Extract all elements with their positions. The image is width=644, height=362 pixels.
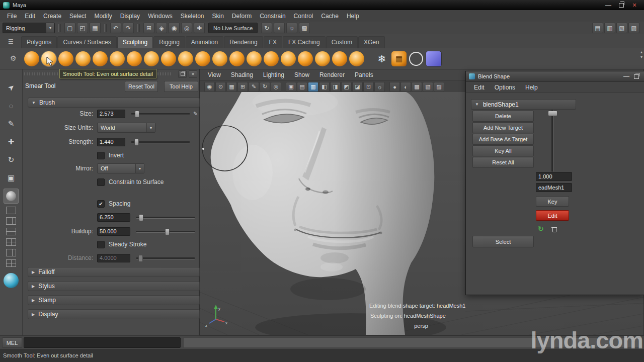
slider-thumb[interactable] [548,111,557,116]
knife-brush-icon[interactable] [247,51,262,66]
falloff-section-header[interactable]: ▶ Falloff [28,267,200,277]
layout-custom-button[interactable] [6,259,16,267]
constrain-to-surface-checkbox[interactable] [97,178,105,186]
sculpt-reference-icon[interactable] [426,51,442,67]
shelf-tab-fx[interactable]: FX [264,36,282,48]
vp-motion-blur-icon[interactable]: ◪ [352,82,363,92]
reset-tool-button[interactable]: Reset Tool [125,81,158,92]
command-input[interactable] [24,337,181,348]
stylus-section-header[interactable]: ▶ Stylus [28,281,200,291]
size-input[interactable]: 2.573 [97,110,125,118]
repeat-brush-icon[interactable] [161,51,176,66]
vp-sequence-icon[interactable]: ☼ [374,82,385,92]
sculpt-brush-icon[interactable] [24,51,39,66]
vp-shadows-icon[interactable]: ◨ [330,82,341,92]
vp-res-gate-icon[interactable]: ▩ [412,82,422,92]
blend-shape-title-bar[interactable]: Blend Shape — [466,71,644,82]
status-grip[interactable] [137,24,140,32]
snap-curve-icon[interactable]: ◈ [156,23,167,33]
freeze-brush-icon[interactable] [315,51,330,66]
menu-control[interactable]: Control [290,13,317,20]
vp-menu-view[interactable]: View [203,71,226,78]
move-tool-button[interactable]: ✚ [4,134,19,149]
menu-file[interactable]: File [3,13,21,20]
invert-checkbox[interactable] [97,152,105,159]
minimize-button[interactable]: — [602,1,615,9]
construction-history-icon[interactable]: ↻ [261,23,272,33]
menu-display[interactable]: Display [116,13,144,20]
trash-icon[interactable] [551,226,557,232]
shelf-menu-icon[interactable]: ☰ [8,38,14,45]
shelf-tab-fx-caching[interactable]: FX Caching [283,36,326,48]
menu-create[interactable]: Create [39,13,65,20]
shelf-tab-curves-surfaces[interactable]: Curves / Surfaces [57,36,116,48]
scale-tool-button[interactable]: ▣ [4,170,19,186]
tool-help-button[interactable]: Tool Help [164,81,198,92]
render-settings-icon[interactable]: ▩ [299,23,310,33]
channel-box-toggle-icon[interactable]: ▧ [616,23,627,33]
spacing-checkbox[interactable]: ✔ [97,200,105,208]
vp-select-camera-icon[interactable]: ◉ [204,82,215,92]
vp-menu-shading[interactable]: Shading [226,71,258,78]
status-grip[interactable] [104,24,107,32]
vp-menu-show[interactable]: Show [289,71,314,78]
status-grip[interactable] [58,24,61,32]
bs-minimize-button[interactable]: — [621,72,631,80]
vp-multisample-icon[interactable]: ⊡ [363,82,374,92]
slider-thumb[interactable] [135,111,139,118]
slider-thumb[interactable] [139,214,143,221]
steady-stroke-checkbox[interactable] [97,241,105,248]
relax-brush-icon[interactable] [58,51,73,66]
menu-skeleton[interactable]: Skeleton [177,13,208,20]
spacing-slider[interactable] [136,213,195,221]
shelf-tab-animation[interactable]: Animation [186,36,223,48]
wax-brush-icon[interactable] [195,51,210,66]
vp-pan-zoom-icon[interactable]: ↻ [260,82,270,92]
float-panel-button[interactable] [178,70,187,78]
add-base-as-target-button[interactable]: Add Base As Target [472,134,534,145]
target-name-input[interactable]: eadMesh1 [536,183,572,192]
spacing-input[interactable]: 6.250 [97,213,130,222]
vp-ao-icon[interactable]: ◩ [341,82,352,92]
vp-lights-icon[interactable]: ◧ [319,82,330,92]
shelf-tab-xgen[interactable]: XGen [358,36,385,48]
size-units-dropdown[interactable]: World ▾ [97,123,155,133]
edit-button[interactable]: Edit [536,210,569,221]
rotate-tool-button[interactable]: ↻ [4,152,19,167]
vp-shaded-icon[interactable]: ▤ [297,82,307,92]
live-surface-field[interactable]: No Live Surface [208,23,258,33]
bulge-brush-icon[interactable] [281,51,296,66]
sculpt-tool-button[interactable] [4,189,19,204]
shelf-scroll-down-icon[interactable]: ▾ [640,55,642,59]
undo-icon[interactable]: ↶ [110,23,121,33]
close-panel-button[interactable]: × [189,70,197,78]
shelf-tab-sculpting[interactable]: Sculpting [117,36,153,48]
weight-slider[interactable] [550,110,555,172]
buildup-input[interactable]: 50.000 [97,227,130,236]
shelf-gear-icon[interactable]: ⚙ [10,54,17,62]
vp-grease-pencil-icon[interactable]: ◎ [271,82,281,92]
mirror-dropdown[interactable]: Off ▾ [97,163,144,173]
vp-textured-icon[interactable]: ▥ [308,82,318,92]
pinch-brush-icon[interactable] [93,51,108,66]
foamy-brush-icon[interactable] [127,51,142,66]
vp-bookmark-icon[interactable]: ⊞ [237,82,248,92]
render-frame-icon[interactable]: ◐ [274,23,285,33]
menu-help[interactable]: Help [343,13,363,20]
strength-input[interactable]: 1.440 [97,138,125,146]
command-language-toggle[interactable]: MEL [2,337,22,348]
convert-frozen-brush-icon[interactable] [349,51,364,66]
vp-image-plane-icon[interactable]: ✎ [249,82,259,92]
stamp-section-header[interactable]: ▶ Stamp [28,295,200,305]
pen-pressure-icon[interactable]: ✎ [193,111,198,117]
refresh-icon[interactable]: ↻ [538,225,544,233]
menu-windows[interactable]: Windows [144,13,177,20]
bs-restore-button[interactable] [631,72,641,80]
layout-two-panes-stacked-button[interactable] [6,228,16,235]
vp-safe-action-icon[interactable]: ▨ [434,82,444,92]
vp-gate-mask-icon[interactable]: ▧ [423,82,433,92]
layout-single-pane-button[interactable] [6,207,16,214]
shelf-tab-rigging[interactable]: Rigging [153,36,185,48]
vp-lock-camera-icon[interactable]: ⊙ [215,82,226,92]
unfreeze-all-icon[interactable]: ▦ [391,51,407,66]
